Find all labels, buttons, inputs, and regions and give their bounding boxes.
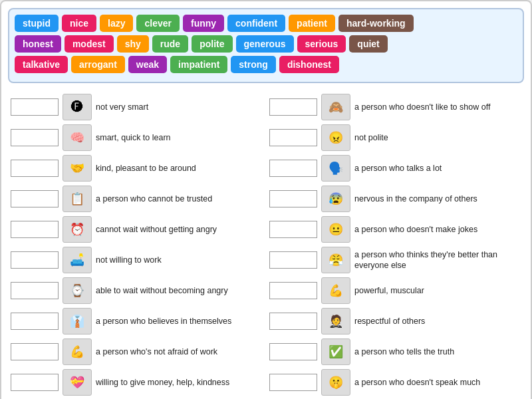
left-image-6: ⌚ [63,277,92,304]
left-answer-input-3[interactable] [11,190,59,207]
tag-funny[interactable]: funny [183,15,224,32]
tag-impatient[interactable]: impatient [170,56,227,73]
right-image-6: 💪 [321,277,350,304]
left-match-item: ⏰ cannot wait without getting angry [11,216,263,243]
right-match-item: 😰 nervous in the company of others [269,186,521,212]
right-answer-input-6[interactable] [269,282,317,299]
tags-section: stupidnicelazycleverfunnyconfidentpatien… [8,8,524,83]
left-answer-input-9[interactable] [11,374,59,391]
left-image-9: 💝 [63,369,92,396]
right-match-text-5: a person who thinks they're better than … [354,249,521,271]
right-match-text-3: nervous in the company of others [354,194,477,204]
right-image-7: 🤵 [321,308,350,334]
left-match-text-6: able to wait without becoming angry [96,285,228,296]
left-image-4: ⏰ [63,216,92,243]
tag-shy[interactable]: shy [117,35,149,53]
left-match-item: 👔 a person who believes in themselves [11,308,263,334]
left-match-text-9: willing to give money, help, kindness [96,377,229,388]
tag-modest[interactable]: modest [65,35,114,53]
right-image-3: 😰 [321,186,350,212]
right-image-9: 🤫 [321,369,350,396]
left-match-item: 💝 willing to give money, help, kindness [11,369,263,396]
right-image-8: ✅ [321,338,350,365]
tag-talkative[interactable]: talkative [15,56,68,73]
left-match-item: 🛋️ not willing to work [11,247,263,273]
left-image-7: 👔 [63,308,92,334]
left-answer-input-1[interactable] [11,129,59,146]
tag-arrogant[interactable]: arrogant [71,56,125,73]
right-match-text-8: a person who tells the truth [354,346,454,357]
left-answer-input-4[interactable] [11,221,59,238]
left-answer-input-2[interactable] [11,160,59,177]
tags-row-1: stupidnicelazycleverfunnyconfidentpatien… [15,15,517,32]
right-match-text-1: not polite [354,132,388,143]
tag-honest[interactable]: honest [15,35,61,53]
left-match-text-0: not very smart [96,102,148,112]
tag-clever[interactable]: clever [136,15,179,32]
left-answer-input-5[interactable] [11,251,59,269]
right-answer-input-8[interactable] [269,343,317,360]
right-match-text-7: respectful of others [354,316,425,327]
right-match-item: 😐 a person who doesn't make jokes [269,216,521,243]
left-image-1: 🧠 [63,124,92,151]
left-match-item: 🤝 kind, pleasant to be around [11,155,263,182]
right-match-item: 😤 a person who thinks they're better tha… [269,247,521,273]
left-answer-input-7[interactable] [11,313,59,330]
tag-lazy[interactable]: lazy [100,15,133,32]
left-match-item: 💪 a person who's not afraid of work [11,338,263,365]
left-answer-input-6[interactable] [11,282,59,299]
left-match-item: 🅕 not very smart [11,94,263,120]
left-match-text-1: smart, quick to learn [96,132,171,143]
left-match-text-2: kind, pleasant to be around [96,163,196,174]
tag-patient[interactable]: patient [289,15,335,32]
right-image-0: 🙈 [321,94,350,120]
right-match-text-0: a person who doesn't like to show off [354,102,490,112]
right-answer-input-9[interactable] [269,374,317,391]
left-image-2: 🤝 [63,155,92,182]
tag-hard-working[interactable]: hard-working [338,15,414,32]
tag-stupid[interactable]: stupid [15,15,59,32]
right-answer-input-2[interactable] [269,160,317,177]
right-answer-input-4[interactable] [269,221,317,238]
tags-row-3: talkativearrogantweakimpatientstrongdish… [15,56,517,73]
right-answer-input-0[interactable] [269,98,317,116]
tag-polite[interactable]: polite [192,35,232,53]
right-match-item: ✅ a person who tells the truth [269,338,521,365]
right-answer-input-3[interactable] [269,190,317,207]
left-match-text-5: not willing to work [96,255,162,265]
right-match-text-2: a person who talks a lot [354,163,442,174]
tag-weak[interactable]: weak [128,56,167,73]
left-image-3: 📋 [63,186,92,212]
right-match-item: 💪 powerful, muscular [269,277,521,304]
right-answer-input-7[interactable] [269,313,317,330]
left-match-item: 📋 a person who cannot be trusted [11,186,263,212]
left-answer-input-0[interactable] [11,98,59,116]
tag-strong[interactable]: strong [231,56,276,73]
right-answer-input-5[interactable] [269,251,317,269]
tag-confident[interactable]: confident [227,15,285,32]
right-match-text-6: powerful, muscular [354,285,424,296]
right-answer-input-1[interactable] [269,129,317,146]
left-image-5: 🛋️ [63,247,92,273]
left-image-8: 💪 [63,338,92,365]
left-answer-input-8[interactable] [11,343,59,360]
right-match-item: 🤫 a person who doesn't speak much [269,369,521,396]
left-match-item: 🧠 smart, quick to learn [11,124,263,151]
tag-nice[interactable]: nice [62,15,96,32]
tag-generous[interactable]: generous [236,35,294,53]
left-match-item: ⌚ able to wait without becoming angry [11,277,263,304]
right-match-item: 🗣️ a person who talks a lot [269,155,521,182]
tag-dishonest[interactable]: dishonest [279,56,339,73]
right-match-item: 🙈 a person who doesn't like to show off [269,94,521,120]
left-match-text-8: a person who's not afraid of work [96,346,217,357]
right-image-2: 🗣️ [321,155,350,182]
tag-rude[interactable]: rude [152,35,188,53]
right-match-text-9: a person who doesn't speak much [354,377,480,388]
tag-quiet[interactable]: quiet [349,35,387,53]
main-container: stupidnicelazycleverfunnyconfidentpatien… [0,0,532,399]
left-image-0: 🅕 [63,94,92,120]
right-image-5: 😤 [321,247,350,273]
right-match-item: 😠 not polite [269,124,521,151]
right-match-text-4: a person who doesn't make jokes [354,224,477,235]
tag-serious[interactable]: serious [297,35,346,53]
